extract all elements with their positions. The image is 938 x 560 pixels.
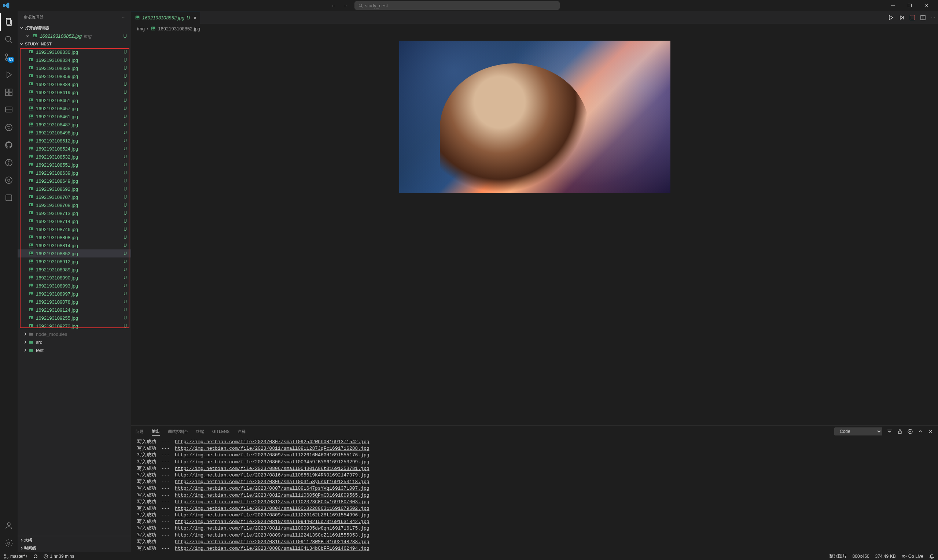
output-url[interactable]: http://img.netbian.com/file/2023/0808/sm… <box>175 546 369 551</box>
file-row[interactable]: 1692193108708.jpgU <box>18 201 131 209</box>
file-row[interactable]: 1692193108714.jpgU <box>18 217 131 225</box>
expand-icon[interactable] <box>918 429 923 434</box>
output-channel-select[interactable]: Code <box>834 428 882 435</box>
status-time[interactable]: 1 hr 39 mins <box>43 554 74 559</box>
file-row[interactable]: 1692193108814.jpgU <box>18 242 131 249</box>
output-body[interactable]: 写入成功 --- http://img.netbian.com/file/202… <box>131 437 938 552</box>
activity-extensions[interactable] <box>0 83 18 101</box>
status-image-label[interactable]: 整张图片 <box>829 553 847 559</box>
output-url[interactable]: http://img.netbian.com/file/2023/0807/sm… <box>175 439 369 445</box>
activity-item-extra[interactable] <box>0 189 18 206</box>
minimize-button[interactable] <box>884 0 901 11</box>
file-row[interactable]: 1692193108359.jpgU <box>18 72 131 80</box>
debug-icon[interactable] <box>899 15 905 20</box>
file-row[interactable]: 1692193108639.jpgU <box>18 169 131 177</box>
output-url[interactable]: http://img.netbian.com/file/2023/0809/sm… <box>175 452 369 458</box>
maximize-button[interactable] <box>901 0 918 11</box>
status-notifications[interactable] <box>929 553 934 559</box>
file-row[interactable]: 1692193108461.jpgU <box>18 112 131 120</box>
file-row[interactable]: 1692193109272.jpgU <box>18 322 131 330</box>
output-url[interactable]: http://img.netbian.com/file/2023/0806/sm… <box>175 466 369 471</box>
file-row[interactable]: 1692193108912.jpgU <box>18 257 131 266</box>
output-url[interactable]: http://img.netbian.com/file/2023/0809/sm… <box>175 532 369 538</box>
file-row[interactable]: 1692193108808.jpgU <box>18 233 131 242</box>
output-url[interactable]: http://img.netbian.com/file/2023/0806/sm… <box>175 479 369 485</box>
output-url[interactable]: http://img.netbian.com/file/2023/0812/sm… <box>175 499 369 505</box>
file-row[interactable]: 1692193108330.jpgU <box>18 48 131 56</box>
output-url[interactable]: http://img.netbian.com/file/2023/0804/sm… <box>175 506 369 511</box>
activity-accounts[interactable] <box>0 517 18 534</box>
stop-icon[interactable] <box>910 15 915 20</box>
activity-projects[interactable] <box>0 171 18 189</box>
activity-settings[interactable] <box>0 534 18 552</box>
outline-section[interactable]: 大纲 <box>18 536 131 544</box>
workspace-header[interactable]: STUDY_NEST <box>18 40 131 48</box>
file-row[interactable]: 1692193108498.jpgU <box>18 129 131 137</box>
file-row[interactable]: 1692193108419.jpgU <box>18 88 131 96</box>
activity-github[interactable] <box>0 136 18 154</box>
forward-arrow-icon[interactable]: → <box>341 2 350 9</box>
lock-icon[interactable] <box>897 429 903 434</box>
file-row[interactable]: 1692193108487.jpgU <box>18 120 131 129</box>
tab-close-icon[interactable]: × <box>194 15 196 20</box>
activity-search[interactable] <box>0 31 18 48</box>
output-url[interactable]: http://img.netbian.com/file/2023/0812/sm… <box>175 492 369 498</box>
editor-tab[interactable]: 1692193108852.jpg U × <box>131 11 200 24</box>
file-row[interactable]: 1692193108649.jpgU <box>18 177 131 185</box>
output-url[interactable]: http://img.netbian.com/file/2023/0811/sm… <box>175 526 369 531</box>
folder-row[interactable]: src <box>18 338 131 346</box>
breadcrumb[interactable]: img › 1692193108852.jpg <box>131 24 938 33</box>
file-row[interactable]: 1692193108338.jpgU <box>18 64 131 72</box>
back-arrow-icon[interactable]: ← <box>329 2 338 9</box>
output-url[interactable]: http://img.netbian.com/file/2023/0816/sm… <box>175 472 369 478</box>
status-dimensions[interactable]: 800x450 <box>853 553 869 559</box>
file-row[interactable]: 1692193108451.jpgU <box>18 96 131 105</box>
command-center-search[interactable]: study_nest <box>355 1 560 10</box>
file-row[interactable]: 1692193108713.jpgU <box>18 209 131 217</box>
sidebar-more-icon[interactable]: ··· <box>122 15 125 20</box>
file-row[interactable]: 1692193108512.jpgU <box>18 137 131 145</box>
breadcrumb-segment[interactable]: 1692193108852.jpg <box>158 26 200 31</box>
output-url[interactable]: http://img.netbian.com/file/2023/0806/sm… <box>175 459 369 465</box>
image-preview[interactable] <box>399 41 670 193</box>
file-row[interactable]: 1692193108852.jpgU <box>18 249 131 257</box>
status-go-live[interactable]: Go Live <box>902 553 923 559</box>
activity-explorer[interactable] <box>0 13 18 31</box>
panel-tab-output[interactable]: 输出 <box>152 427 160 436</box>
close-button[interactable] <box>918 0 935 11</box>
file-row[interactable]: 1692193108334.jpgU <box>18 56 131 64</box>
panel-tab-debug-console[interactable]: 调试控制台 <box>168 428 188 436</box>
run-icon[interactable] <box>888 15 894 20</box>
activity-debug[interactable] <box>0 66 18 83</box>
panel-tab-comments[interactable]: 注释 <box>238 428 245 436</box>
file-row[interactable]: 1692193108997.jpgU <box>18 290 131 298</box>
close-icon[interactable]: × <box>24 33 31 39</box>
split-editor-icon[interactable] <box>920 15 926 20</box>
panel-tab-gitlens[interactable]: GITLENS <box>212 428 230 435</box>
file-row[interactable]: 1692193108707.jpgU <box>18 193 131 201</box>
output-url[interactable]: http://img.netbian.com/file/2023/0816/sm… <box>175 539 369 545</box>
more-actions-icon[interactable]: ··· <box>931 15 935 20</box>
file-row[interactable]: 1692193108692.jpgU <box>18 185 131 193</box>
file-row[interactable]: 1692193108532.jpgU <box>18 153 131 161</box>
status-sync[interactable] <box>33 554 38 559</box>
open-editor-item[interactable]: × 1692193108852.jpg img U <box>18 32 131 40</box>
panel-tab-terminal[interactable]: 终端 <box>196 428 204 436</box>
file-row[interactable]: 1692193108746.jpgU <box>18 225 131 233</box>
open-editors-header[interactable]: 打开的编辑器 <box>18 24 131 32</box>
breadcrumb-segment[interactable]: img <box>137 26 145 31</box>
status-branch[interactable]: master*+ <box>4 554 28 559</box>
file-row[interactable]: 1692193109124.jpgU <box>18 306 131 314</box>
file-row[interactable]: 1692193108457.jpgU <box>18 105 131 112</box>
folder-row[interactable]: test <box>18 346 131 354</box>
output-url[interactable]: http://img.netbian.com/file/2023/0810/sm… <box>175 519 369 525</box>
activity-remote-explorer[interactable] <box>0 101 18 118</box>
file-row[interactable]: 1692193108989.jpgU <box>18 266 131 274</box>
file-row[interactable]: 1692193109255.jpgU <box>18 314 131 322</box>
output-url[interactable]: http://img.netbian.com/file/2023/0811/sm… <box>175 446 369 451</box>
folder-row[interactable]: node_modules <box>18 330 131 338</box>
file-row[interactable]: 1692193109078.jpgU <box>18 298 131 306</box>
output-url[interactable]: http://img.netbian.com/file/2023/0809/sm… <box>175 512 369 518</box>
file-row[interactable]: 1692193108993.jpgU <box>18 282 131 290</box>
status-filesize[interactable]: 374.49 KB <box>875 553 896 559</box>
